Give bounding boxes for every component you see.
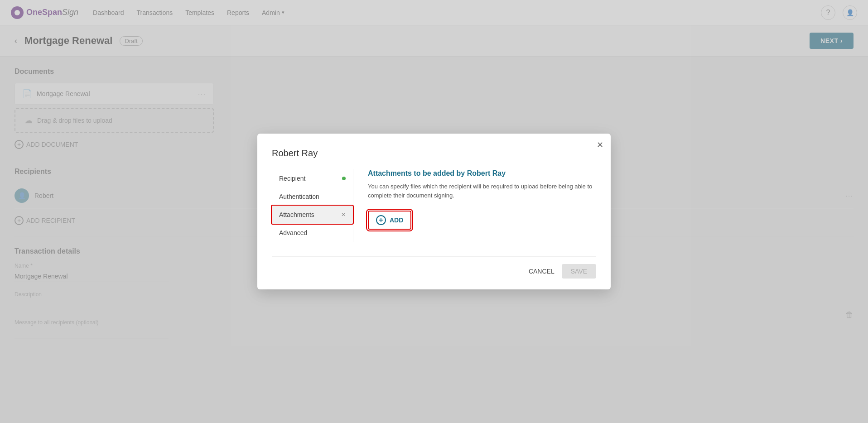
modal-content-description: You can specify files which the recipien… xyxy=(368,182,596,200)
modal-content-area: Attachments to be added by Robert Ray Yo… xyxy=(368,169,596,242)
save-button[interactable]: SAVE xyxy=(562,264,596,279)
tab-recipient[interactable]: Recipient xyxy=(272,169,353,187)
tab-advanced[interactable]: Advanced xyxy=(272,224,353,242)
tab-authentication-label: Authentication xyxy=(279,193,319,200)
modal-footer: CANCEL SAVE xyxy=(272,256,596,279)
modal-title: Robert Ray xyxy=(272,148,596,159)
cancel-button[interactable]: CANCEL xyxy=(529,268,555,275)
attachments-close-icon: ✕ xyxy=(341,212,346,218)
modal-content-title: Attachments to be added by Robert Ray xyxy=(368,169,596,178)
modal-sidebar: Recipient Authentication Attachments ✕ A… xyxy=(272,169,353,242)
modal-body: Recipient Authentication Attachments ✕ A… xyxy=(272,169,596,242)
add-attachment-label: ADD xyxy=(390,216,403,224)
add-attachment-button[interactable]: + ADD xyxy=(368,211,411,230)
tab-authentication[interactable]: Authentication xyxy=(272,187,353,206)
modal-overlay: ✕ Robert Ray Recipient Authentication At… xyxy=(0,0,868,358)
tab-advanced-label: Advanced xyxy=(279,229,307,236)
modal-close-button[interactable]: ✕ xyxy=(597,140,603,150)
add-attachment-icon: + xyxy=(376,215,386,225)
tab-recipient-label: Recipient xyxy=(279,175,305,182)
tab-attachments[interactable]: Attachments ✕ xyxy=(272,206,353,224)
recipient-modal: ✕ Robert Ray Recipient Authentication At… xyxy=(257,134,611,289)
tab-attachments-label: Attachments xyxy=(279,211,314,218)
recipient-status-dot xyxy=(342,177,346,180)
